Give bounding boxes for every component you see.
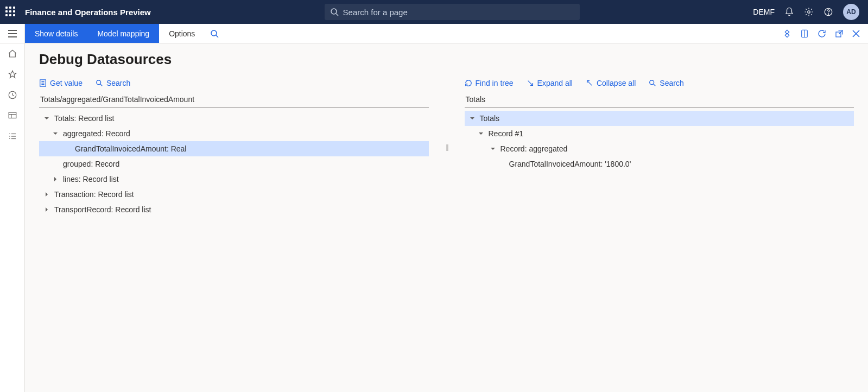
- tab-model-mapping[interactable]: Model mapping: [87, 24, 159, 43]
- tree-label: TransportRecord: Record list: [51, 205, 151, 214]
- tree-caret-icon[interactable]: [42, 116, 51, 121]
- right-search-label: Search: [660, 79, 683, 87]
- tree-row[interactable]: Totals: Record list: [39, 111, 429, 126]
- get-value-label: Get value: [50, 79, 83, 87]
- tree-row[interactable]: Totals: [465, 111, 854, 126]
- left-search-button[interactable]: Search: [96, 79, 130, 87]
- left-toolbar: Get value Search: [39, 77, 429, 92]
- tree-label: aggregated: Record: [60, 129, 130, 138]
- ribbon-right-tools: [782, 24, 868, 43]
- app-launcher-icon[interactable]: [5, 7, 16, 17]
- header-right: DEMF AD: [753, 4, 863, 20]
- refresh-icon[interactable]: [817, 29, 827, 39]
- legal-entity[interactable]: DEMF: [753, 8, 775, 16]
- svg-point-4: [828, 14, 828, 14]
- left-tree: Totals: Record listaggregated: RecordGra…: [39, 111, 429, 217]
- tree-label: GrandTotalInvoicedAmount: '1800.0': [506, 160, 631, 168]
- tree-row[interactable]: Transaction: Record list: [39, 187, 429, 202]
- star-icon[interactable]: [8, 69, 17, 79]
- app-title: Finance and Operations Preview: [25, 8, 151, 17]
- tree-row[interactable]: lines: Record list: [39, 172, 429, 187]
- left-rail: [0, 43, 25, 392]
- page-title: Debug Datasources: [39, 51, 854, 68]
- hamburger-icon[interactable]: [0, 24, 25, 43]
- tree-caret-icon[interactable]: [51, 176, 60, 182]
- right-path[interactable]: Totals: [465, 92, 854, 108]
- panels: Get value Search Totals/aggregated/Grand…: [39, 77, 854, 217]
- tree-caret-icon[interactable]: [51, 131, 60, 136]
- svg-rect-16: [9, 112, 16, 118]
- global-header: Finance and Operations Preview DEMF AD: [0, 0, 868, 24]
- tree-caret-icon[interactable]: [489, 146, 497, 151]
- tab-options[interactable]: Options: [159, 24, 205, 43]
- values-panel: Find in tree Expand all Collapse all Sea…: [465, 77, 854, 217]
- help-icon[interactable]: [823, 7, 833, 17]
- collapse-all-button[interactable]: Collapse all: [586, 79, 636, 87]
- expand-all-label: Expand all: [537, 79, 573, 87]
- find-in-tree-button[interactable]: Find in tree: [465, 79, 514, 87]
- tree-label: grouped: Record: [60, 160, 119, 168]
- svg-line-30: [100, 84, 103, 86]
- tree-row[interactable]: GrandTotalInvoicedAmount: Real: [39, 141, 429, 156]
- tree-caret-icon[interactable]: [42, 192, 51, 197]
- tree-label: Totals: Record list: [51, 114, 114, 123]
- tree-label: lines: Record list: [60, 175, 119, 184]
- left-search-label: Search: [106, 79, 130, 87]
- close-icon[interactable]: [852, 29, 860, 38]
- tree-caret-icon[interactable]: [42, 207, 51, 212]
- svg-line-1: [336, 14, 338, 16]
- popout-icon[interactable]: [834, 29, 844, 39]
- avatar[interactable]: AD: [843, 4, 859, 20]
- tab-show-details[interactable]: Show details: [25, 24, 87, 43]
- modules-icon[interactable]: [8, 131, 17, 141]
- get-value-button[interactable]: Get value: [39, 79, 83, 87]
- find-in-tree-label: Find in tree: [476, 79, 514, 87]
- header-center: [151, 4, 753, 20]
- svg-line-32: [654, 84, 656, 86]
- svg-point-0: [331, 9, 337, 14]
- tree-row[interactable]: Record: aggregated: [465, 141, 854, 156]
- right-toolbar: Find in tree Expand all Collapse all Sea…: [465, 77, 854, 92]
- tree-row[interactable]: grouped: Record: [39, 156, 429, 172]
- tree-row[interactable]: Record #1: [465, 126, 854, 141]
- tree-row[interactable]: GrandTotalInvoicedAmount: '1800.0': [465, 156, 854, 172]
- right-search-button[interactable]: Search: [649, 79, 683, 87]
- diamonds-icon[interactable]: [782, 29, 792, 39]
- svg-point-31: [650, 80, 654, 85]
- tree-label: Record: aggregated: [497, 144, 568, 153]
- tree-caret-icon[interactable]: [477, 131, 485, 136]
- tree-label: Record #1: [485, 129, 524, 138]
- svg-point-8: [211, 30, 217, 36]
- tree-row[interactable]: TransportRecord: Record list: [39, 202, 429, 217]
- panel-icon[interactable]: [800, 29, 809, 39]
- tree-label: Transaction: Record list: [51, 190, 134, 199]
- global-search-input[interactable]: [343, 8, 574, 17]
- tree-label: GrandTotalInvoicedAmount: Real: [72, 144, 186, 153]
- global-search[interactable]: [325, 4, 580, 20]
- svg-point-29: [97, 80, 101, 85]
- bell-icon[interactable]: [784, 7, 794, 17]
- panel-splitter[interactable]: ‖: [445, 77, 448, 217]
- home-icon[interactable]: [8, 49, 17, 59]
- recent-icon[interactable]: [8, 90, 17, 100]
- tree-label: Totals: [477, 114, 500, 123]
- body: Debug Datasources Get value Search Total…: [0, 43, 868, 392]
- tree-row[interactable]: aggregated: Record: [39, 126, 429, 141]
- workspace-icon[interactable]: [8, 111, 17, 121]
- search-icon: [330, 8, 339, 16]
- svg-point-2: [808, 11, 810, 14]
- svg-line-9: [216, 35, 218, 37]
- right-tree: TotalsRecord #1Record: aggregatedGrandTo…: [465, 111, 854, 172]
- left-path[interactable]: Totals/aggregated/GrandTotalInvoicedAmou…: [39, 92, 429, 108]
- expand-all-button[interactable]: Expand all: [527, 79, 573, 87]
- tree-caret-icon[interactable]: [468, 116, 477, 121]
- collapse-all-label: Collapse all: [597, 79, 636, 87]
- action-ribbon: Show details Model mapping Options: [0, 24, 868, 43]
- main-content: Debug Datasources Get value Search Total…: [25, 43, 868, 392]
- datasource-panel: Get value Search Totals/aggregated/Grand…: [39, 77, 429, 217]
- ribbon-search-icon[interactable]: [205, 24, 224, 43]
- gear-icon[interactable]: [804, 7, 814, 17]
